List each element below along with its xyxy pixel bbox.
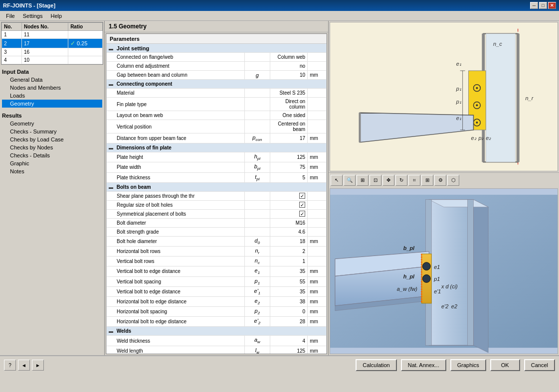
checkbox[interactable]: ✓ bbox=[299, 211, 305, 217]
svg-point-8 bbox=[476, 87, 478, 89]
table-row: Regular size of bolt holes ✓ bbox=[107, 200, 327, 209]
table-row: Bolt strength grade 4.6 bbox=[107, 227, 327, 236]
svg-rect-32 bbox=[468, 200, 474, 345]
diagram-lower: b_pl h_pl e1 p1 e'1 e'2 e2 a_w (fw) x d … bbox=[330, 188, 558, 354]
table-row: Horizontal bolt spacing p2 0 mm bbox=[107, 307, 327, 317]
table-row[interactable]: 4 10 bbox=[2, 56, 103, 64]
section-joint-setting: ▬ Joint setting bbox=[107, 44, 327, 53]
svg-point-10 bbox=[476, 104, 478, 106]
expand-icon: ▬ bbox=[109, 145, 113, 150]
cancel-button[interactable]: Cancel bbox=[524, 359, 555, 371]
sidebar-item-checks-summary[interactable]: Checks - Summary bbox=[2, 128, 102, 135]
tool-zoom-in[interactable]: 🔍 bbox=[344, 175, 356, 186]
tool-grid[interactable]: ⊞ bbox=[421, 175, 433, 186]
table-row: Material Steel S 235 bbox=[107, 89, 327, 98]
sidebar-item-graphic[interactable]: Graphic bbox=[2, 159, 102, 167]
ok-button[interactable]: OK bbox=[490, 359, 520, 371]
tool-zoom-window[interactable]: ⊞ bbox=[357, 175, 369, 186]
close-button[interactable]: ✕ bbox=[548, 2, 556, 9]
table-row: Vertical position Centered on beam bbox=[107, 120, 327, 133]
svg-text:e₂: e₂ bbox=[471, 135, 477, 141]
table-row: Plate height hpl 125 mm bbox=[107, 152, 327, 162]
menu-bar: File Settings Help bbox=[0, 11, 559, 21]
table-row: Vertical bolt rows nc 1 bbox=[107, 257, 327, 266]
table-row: Vertical bolt to edge distance e'1 35 mm bbox=[107, 286, 327, 296]
svg-text:e2: e2 bbox=[451, 303, 457, 309]
next-button[interactable]: ► bbox=[32, 360, 44, 371]
menu-file[interactable]: File bbox=[2, 12, 19, 20]
help-button[interactable]: ? bbox=[4, 360, 16, 371]
table-row: Horizontal bolt to edge distance e'2 28 … bbox=[107, 317, 327, 327]
title-bar: RF-JOINTS - [Stage] ─ □ ✕ bbox=[0, 0, 559, 11]
table-row: Layout on beam web One sided bbox=[107, 111, 327, 120]
svg-text:e₁: e₁ bbox=[456, 115, 461, 121]
svg-text:b_pl: b_pl bbox=[403, 245, 415, 251]
sidebar-item-checks-details[interactable]: Checks - Details bbox=[2, 151, 102, 159]
svg-rect-0 bbox=[330, 24, 558, 169]
table-row: Horizontal bolt rows nr 2 bbox=[107, 246, 327, 256]
checkbox[interactable]: ✓ bbox=[299, 193, 305, 199]
table-row: Vertical bolt spacing p1 55 mm bbox=[107, 276, 327, 286]
checkbox[interactable]: ✓ bbox=[299, 202, 305, 208]
graphics-button[interactable]: Graphics bbox=[450, 359, 486, 371]
input-data-section: Input Data General Data Nodes and Member… bbox=[0, 66, 104, 110]
section-bolts: ▬ Bolts on beam bbox=[107, 182, 327, 191]
svg-text:e₂: e₂ bbox=[486, 135, 491, 141]
sidebar-item-nodes-members[interactable]: Nodes and Members bbox=[2, 84, 102, 92]
tool-zoom-all[interactable]: ⊡ bbox=[370, 175, 381, 186]
sidebar-item-loads[interactable]: Loads bbox=[2, 92, 102, 100]
nat-annex-button[interactable]: Nat. Annex... bbox=[401, 359, 446, 371]
svg-text:h_pl: h_pl bbox=[403, 273, 415, 279]
tool-measure[interactable]: ⌗ bbox=[408, 175, 420, 186]
params-header-row: Parameters bbox=[107, 34, 327, 44]
minimize-button[interactable]: ─ bbox=[530, 2, 538, 9]
svg-rect-5 bbox=[486, 34, 515, 162]
tool-settings[interactable]: ⚙ bbox=[434, 175, 446, 186]
sidebar-item-general-data[interactable]: General Data bbox=[2, 76, 102, 84]
sidebar-item-geometry[interactable]: Geometry bbox=[2, 100, 102, 108]
svg-text:p₁: p₁ bbox=[456, 86, 461, 92]
col-no: No. bbox=[2, 23, 22, 31]
col-ratio: Ratio bbox=[68, 23, 103, 31]
tool-cursor[interactable]: ↖ bbox=[331, 175, 343, 186]
sidebar-item-checks-load-case[interactable]: Checks by Load Case bbox=[2, 135, 102, 143]
table-row: Gap between beam and column g 10 mm bbox=[107, 71, 327, 80]
section-connecting-component: ▬ Connecting component bbox=[107, 80, 327, 89]
left-panel: No. Nodes No. Ratio 1 11 2 17 ✓ 0.25 bbox=[0, 21, 105, 355]
check-icon: ✓ bbox=[70, 40, 75, 47]
svg-text:e1: e1 bbox=[434, 264, 440, 270]
sidebar-item-notes[interactable]: Notes bbox=[2, 167, 102, 175]
table-row: Shear plane passes through the thr ✓ bbox=[107, 191, 327, 200]
table-row: Symmetrical placement of bolts ✓ bbox=[107, 209, 327, 218]
svg-text:p₂: p₂ bbox=[478, 135, 484, 141]
tool-rotate[interactable]: ↻ bbox=[395, 175, 407, 186]
svg-text:n_c: n_c bbox=[493, 41, 502, 47]
col-nodes: Nodes No. bbox=[22, 23, 68, 31]
svg-marker-29 bbox=[473, 200, 488, 353]
svg-point-37 bbox=[422, 262, 430, 270]
table-row[interactable]: 1 11 bbox=[2, 31, 103, 39]
diagram-3d: b_pl h_pl e1 p1 e'1 e'2 e2 a_w (fw) x d … bbox=[330, 189, 558, 354]
sidebar-item-checks-nodes[interactable]: Checks by Nodes bbox=[2, 143, 102, 151]
calculation-button[interactable]: Calculation bbox=[356, 359, 396, 371]
params-label: Parameters bbox=[110, 36, 140, 42]
tool-export[interactable]: ⬡ bbox=[447, 175, 459, 186]
footer-bar: ? ◄ ► Calculation Nat. Annex... Graphics… bbox=[0, 355, 559, 374]
tool-pan[interactable]: ✥ bbox=[382, 175, 394, 186]
table-row[interactable]: 2 17 ✓ 0.25 bbox=[2, 39, 103, 48]
section-dimensions: ▬ Dimensions of fin plate bbox=[107, 143, 327, 152]
maximize-button[interactable]: □ bbox=[539, 2, 547, 9]
menu-settings[interactable]: Settings bbox=[19, 12, 47, 20]
params-container[interactable]: Parameters ▬ Joint setting Connected on … bbox=[106, 33, 327, 354]
expand-icon: ▬ bbox=[109, 329, 113, 334]
table-row[interactable]: 3 16 bbox=[2, 48, 103, 56]
expand-icon: ▬ bbox=[109, 46, 113, 51]
svg-text:x d (ci): x d (ci) bbox=[441, 283, 458, 289]
diagram-2d: e₁ p₁ p₁ e₁ e₂ p₂ e₂ n_c n_r bbox=[330, 22, 558, 171]
menu-help[interactable]: Help bbox=[46, 12, 66, 20]
sidebar-item-results-geometry[interactable]: Geometry bbox=[2, 120, 102, 128]
prev-button[interactable]: ◄ bbox=[18, 360, 30, 371]
svg-text:p₁: p₁ bbox=[456, 99, 461, 105]
svg-rect-28 bbox=[429, 200, 473, 345]
svg-text:p1: p1 bbox=[433, 276, 440, 282]
